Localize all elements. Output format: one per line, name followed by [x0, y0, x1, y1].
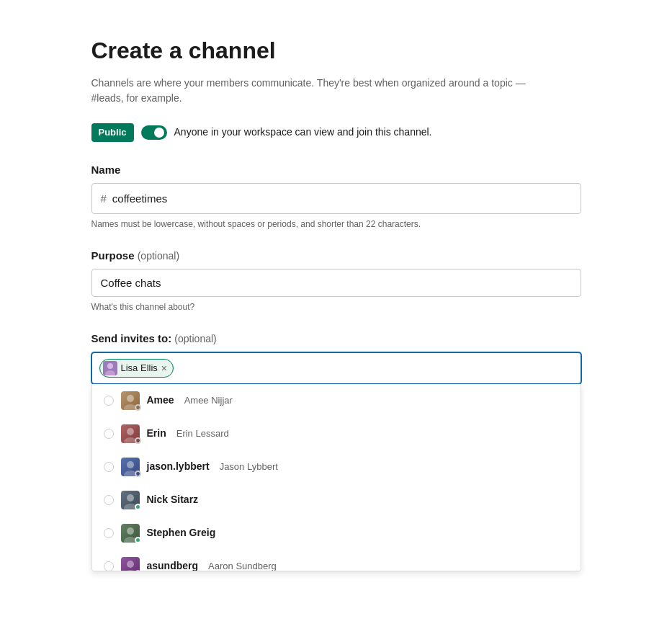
invites-section: Send invites to: (optional) Lisa Ellis ×: [91, 331, 581, 571]
user-full-name: Aaron Sundberg: [208, 560, 277, 571]
page-title: Create a channel: [91, 35, 581, 67]
visibility-toggle[interactable]: [141, 125, 167, 140]
avatar-wrapper: [121, 524, 140, 543]
dropdown-user-item[interactable]: AmeeAmee Nijjar: [92, 384, 581, 417]
visibility-row: Public Anyone in your workspace can view…: [91, 123, 581, 142]
avatar-wrapper: [121, 491, 140, 509]
user-display-name: jason.lybbert: [147, 460, 210, 474]
svg-point-7: [127, 428, 134, 435]
avatar-wrapper: [121, 424, 140, 443]
purpose-label: Purpose (optional): [91, 248, 581, 264]
selected-user-tag[interactable]: Lisa Ellis ×: [99, 359, 174, 378]
page-container: Create a channel Channels are where your…: [63, 0, 610, 623]
presence-indicator: [135, 537, 141, 543]
user-display-name: Erin: [147, 427, 166, 441]
name-section: Name # Names must be lowercase, without …: [91, 162, 581, 231]
avatar-wrapper: [121, 458, 140, 476]
toggle-thumb: [154, 128, 164, 138]
channel-name-input[interactable]: [112, 192, 572, 205]
tag-avatar-wrapper: [103, 361, 117, 375]
dropdown-user-item[interactable]: Nick Sitarz: [92, 483, 581, 517]
toggle-track: [141, 125, 167, 140]
name-hint: Names must be lowercase, without spaces …: [91, 218, 581, 231]
dropdown-user-item[interactable]: asundbergAaron Sundberg: [92, 550, 581, 571]
purpose-optional: (optional): [138, 250, 179, 262]
svg-point-16: [127, 527, 134, 535]
svg-point-10: [127, 461, 134, 468]
dropdown-user-item[interactable]: jason.lybbertJason Lybbert: [92, 450, 581, 483]
user-full-name: Jason Lybbert: [220, 460, 278, 473]
presence-indicator: [135, 404, 141, 411]
invites-input-box[interactable]: Lisa Ellis ×: [91, 352, 581, 384]
purpose-input[interactable]: [91, 269, 581, 297]
radio-dot: [104, 528, 114, 538]
purpose-hint: What's this channel about?: [91, 301, 581, 313]
radio-dot: [104, 495, 114, 505]
user-full-name: Amee Nijjar: [184, 394, 233, 407]
name-label: Name: [91, 162, 581, 177]
tag-name: Lisa Ellis: [121, 362, 158, 375]
svg-point-19: [127, 561, 134, 568]
users-dropdown: AmeeAmee Nijjar ErinErin Lessard jason.l…: [91, 384, 581, 571]
dropdown-user-item[interactable]: Stephen Greig: [92, 517, 581, 550]
user-display-name: Nick Sitarz: [147, 493, 199, 507]
svg-point-13: [127, 494, 134, 502]
presence-indicator: [135, 570, 141, 571]
hash-symbol: #: [101, 191, 107, 206]
name-input-wrapper[interactable]: #: [91, 183, 581, 214]
radio-dot: [104, 561, 114, 571]
dropdown-user-item[interactable]: ErinErin Lessard: [92, 417, 581, 450]
visibility-text: Anyone in your workspace can view and jo…: [174, 125, 432, 140]
visibility-badge: Public: [91, 123, 134, 142]
user-display-name: Stephen Greig: [147, 526, 216, 540]
user-full-name: Erin Lessard: [176, 427, 229, 440]
presence-indicator: [135, 471, 141, 477]
avatar-wrapper: [121, 557, 140, 571]
page-description: Channels are where your members communic…: [91, 76, 538, 106]
presence-indicator: [135, 437, 141, 444]
radio-dot: [104, 429, 114, 439]
svg-point-1: [107, 363, 113, 369]
radio-dot: [104, 462, 114, 472]
presence-indicator: [135, 504, 141, 510]
user-display-name: Amee: [147, 393, 174, 408]
svg-point-4: [127, 395, 134, 402]
tag-avatar: [103, 361, 117, 375]
purpose-section: Purpose (optional) What's this channel a…: [91, 248, 581, 313]
user-avatar: [121, 557, 140, 571]
tag-remove-button[interactable]: ×: [161, 363, 167, 373]
user-display-name: asundberg: [147, 559, 199, 571]
avatar-wrapper: [121, 391, 140, 410]
radio-dot: [104, 396, 114, 406]
invites-label: Send invites to: (optional): [91, 331, 581, 347]
